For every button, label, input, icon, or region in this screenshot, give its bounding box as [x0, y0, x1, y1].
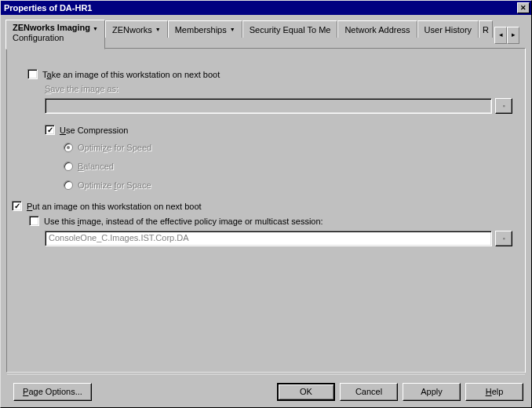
use-compression-checkbox[interactable]: [45, 125, 55, 135]
close-button[interactable]: ✕: [517, 2, 530, 13]
put-image-label: Put an image on this workstation on next…: [27, 202, 202, 211]
browse-icon: ▪: [502, 102, 505, 110]
chevron-down-icon: ▼: [230, 27, 235, 32]
browse-save-button: ▪: [495, 98, 512, 114]
tab-memberships[interactable]: Memberships ▼: [168, 20, 242, 38]
use-compression-label: Use Compression: [60, 126, 128, 135]
opt-speed-label: Optimize for Speed: [78, 143, 151, 152]
use-compression-row: Use Compression: [45, 125, 512, 135]
apply-button[interactable]: Apply: [403, 383, 461, 401]
tab-user-history[interactable]: User History: [417, 20, 479, 38]
take-image-checkbox[interactable]: [27, 69, 38, 79]
tab-bar: ZENworks Imaging ▼ Configuration ZENwork…: [1, 15, 531, 49]
properties-dialog: Properties of DA-HR1 ✕ ZENworks Imaging …: [0, 0, 532, 408]
tab-zenworks-imaging[interactable]: ZENworks Imaging ▼ Configuration: [5, 20, 105, 49]
image-path-row: ConsoleOne_C.Images.IST.Corp.DA ▪: [45, 231, 512, 246]
tab-zenworks[interactable]: ZENworks ▼: [105, 20, 168, 38]
page-options-button[interactable]: Page Options...: [13, 383, 92, 401]
opt-balanced-row: Balanced: [64, 162, 512, 171]
use-this-image-row: Use this image, instead of the effective…: [29, 216, 512, 226]
tab-scroll-right[interactable]: ▸: [507, 27, 519, 44]
cancel-button[interactable]: Cancel: [340, 383, 398, 401]
tab-scroll-left[interactable]: ◂: [494, 27, 507, 44]
tab-overflow[interactable]: R: [479, 20, 493, 38]
use-this-image-checkbox[interactable]: [29, 216, 39, 226]
config-panel: Take an image of this workstation on nex…: [6, 48, 526, 373]
window-title: Properties of DA-HR1: [4, 3, 517, 13]
tab-security-equal[interactable]: Security Equal To Me: [242, 20, 338, 38]
ok-button[interactable]: OK: [277, 383, 335, 401]
help-button[interactable]: Help: [465, 383, 523, 401]
opt-space-row: Optimize for Space: [64, 180, 512, 190]
browse-icon: ▪: [502, 235, 505, 242]
opt-space-label: Optimize for Space: [78, 180, 151, 190]
tab-subtitle: Configuration: [13, 33, 64, 42]
tab-scroll: ◂ ▸: [494, 20, 519, 49]
tab-network-address[interactable]: Network Address: [337, 20, 417, 38]
titlebar: Properties of DA-HR1 ✕: [1, 1, 531, 15]
opt-balanced-label: Balanced: [78, 162, 114, 171]
image-path-input[interactable]: ConsoleOne_C.Images.IST.Corp.DA: [45, 231, 492, 246]
separator: [7, 373, 525, 374]
opt-balanced-radio[interactable]: [64, 162, 73, 171]
take-image-row: Take an image of this workstation on nex…: [27, 69, 512, 79]
save-as-label: Save the image as:: [45, 84, 118, 93]
save-as-block: Save the image as: ▪: [45, 84, 512, 114]
button-bar: Page Options... OK Cancel Apply Help: [1, 376, 531, 407]
save-as-input: [45, 98, 492, 114]
chevron-down-icon: ▼: [93, 26, 98, 31]
put-image-checkbox[interactable]: [12, 201, 22, 211]
chevron-down-icon: ▼: [155, 27, 161, 32]
put-image-row: Put an image on this workstation on next…: [12, 201, 512, 211]
opt-speed-row: Optimize for Speed: [64, 143, 512, 152]
opt-speed-radio[interactable]: [64, 143, 73, 152]
opt-space-radio[interactable]: [64, 180, 73, 190]
take-image-label: Take an image of this workstation on nex…: [42, 70, 220, 79]
browse-image-button: ▪: [495, 231, 512, 246]
use-this-image-label: Use this image, instead of the effective…: [44, 217, 323, 226]
tab-label: ZENworks Imaging: [13, 23, 90, 32]
